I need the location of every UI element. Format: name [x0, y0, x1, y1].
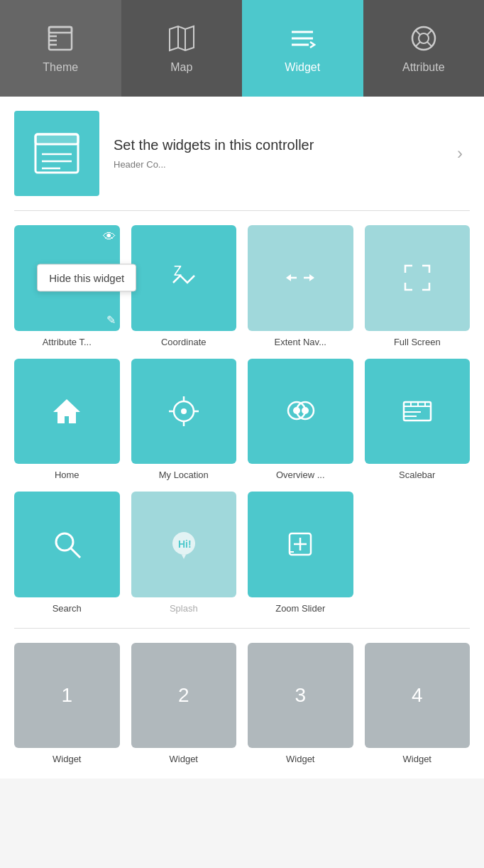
svg-point-11 [412, 27, 435, 50]
slot-item-1: 1 Widget [14, 643, 120, 765]
svg-rect-1 [49, 27, 72, 33]
widget-label-search: Search [53, 603, 82, 614]
header-controller-title: Set the widgets in this controller [114, 137, 314, 153]
theme-label: Theme [43, 61, 78, 74]
svg-point-32 [181, 408, 187, 414]
slot-thumb-4[interactable]: 4 [365, 643, 471, 749]
hide-widget-tooltip: Hide this widget [37, 264, 136, 292]
header-controller-section: Set the widgets in this controller Heade… [0, 97, 484, 210]
widget-thumb-search[interactable] [14, 492, 120, 597]
widget-thumb-home[interactable] [14, 359, 120, 465]
widget-label-attribute-t: Attribute T... [43, 337, 92, 347]
widget-item-attribute-t: 👁 ✎ Hide this widget Attribute T... [14, 225, 120, 347]
slot-number-1: 1 [61, 684, 72, 707]
svg-line-15 [416, 42, 420, 46]
header-controller-subtitle: Header Co... [114, 159, 314, 170]
widget-label-extent-nav: Extent Nav... [275, 337, 326, 347]
widget-item-extent-nav: Extent Nav... [248, 225, 353, 347]
widget-label-zoom-slider: Zoom Slider [275, 603, 325, 614]
attribute-icon [408, 23, 439, 54]
widget-label-coordinate: Coordinate [161, 337, 207, 347]
nav-item-widget[interactable]: Widget [242, 0, 363, 97]
widgets-grid: 👁 ✎ Hide this widget Attribute T... Z [0, 211, 484, 628]
svg-point-39 [302, 407, 309, 414]
svg-marker-5 [170, 26, 194, 50]
attribute-label: Attribute [402, 61, 445, 74]
widget-thumb-full-screen[interactable] [365, 225, 471, 331]
theme-icon [45, 23, 76, 54]
widget-thumb-coordinate[interactable]: Z [131, 225, 237, 331]
header-controller-thumb[interactable] [14, 111, 99, 196]
svg-line-16 [427, 42, 431, 46]
widget-thumb-splash[interactable]: Hi! [131, 492, 237, 597]
widget-item-full-screen: Full Screen [365, 225, 471, 347]
slot-number-4: 4 [412, 684, 423, 707]
header-controller-info: Set the widgets in this controller Heade… [114, 137, 314, 170]
widget-thumb-extent-nav[interactable] [248, 225, 353, 331]
slot-label-1: Widget [53, 754, 81, 764]
nav-item-attribute[interactable]: Attribute [363, 0, 485, 97]
slot-label-3: Widget [286, 754, 314, 764]
widget-item-my-location: My Location [131, 359, 237, 481]
svg-rect-19 [35, 134, 78, 144]
widget-item-coordinate: Z Coordinate [131, 225, 237, 347]
svg-rect-0 [49, 27, 72, 50]
edit-icon: ✎ [106, 313, 116, 327]
widget-thumb-overview[interactable] [248, 359, 353, 465]
main-content: Set the widgets in this controller Heade… [0, 97, 484, 779]
slot-label-4: Widget [403, 754, 431, 764]
widget-thumb-attribute-t[interactable]: 👁 ✎ Hide this widget [14, 225, 120, 331]
nav-item-theme[interactable]: Theme [0, 0, 121, 97]
svg-point-48 [56, 533, 73, 550]
svg-point-12 [419, 33, 429, 43]
map-icon [166, 23, 197, 54]
widget-thumb-zoom-slider[interactable] [248, 492, 353, 597]
widget-item-zoom-slider: Zoom Slider [248, 492, 353, 614]
widget-item-home: Home [14, 359, 120, 481]
widget-item-overview: Overview ... [248, 359, 353, 481]
widget-thumb-scalebar[interactable] [365, 359, 471, 465]
widget-item-splash: Hi! Splash [131, 492, 237, 614]
slots-grid: 1 Widget 2 Widget 3 Widget 4 Widget [0, 629, 484, 779]
widget-label-splash: Splash [170, 603, 198, 614]
svg-line-13 [416, 31, 420, 35]
slot-thumb-3[interactable]: 3 [248, 643, 353, 749]
slot-number-3: 3 [295, 684, 306, 707]
widget-label-home: Home [55, 470, 79, 480]
widget-item-scalebar: Scalebar [365, 359, 471, 481]
slot-thumb-1[interactable]: 1 [14, 643, 120, 749]
widget-label-full-screen: Full Screen [394, 337, 441, 347]
svg-marker-30 [53, 399, 80, 423]
svg-line-14 [427, 31, 431, 35]
slot-label-2: Widget [170, 754, 198, 764]
chevron-right-icon[interactable]: › [457, 143, 470, 163]
widget-icon [287, 23, 318, 54]
slot-thumb-2[interactable]: 2 [131, 643, 237, 749]
eye-icon: 👁 [103, 229, 116, 244]
top-nav: Theme Map Widget [0, 0, 484, 97]
svg-line-49 [71, 548, 80, 558]
slot-item-3: 3 Widget [248, 643, 353, 765]
nav-item-map[interactable]: Map [121, 0, 243, 97]
widget-item-search: Search [14, 492, 120, 614]
widget-thumb-my-location[interactable] [131, 359, 237, 465]
svg-text:Hi!: Hi! [178, 538, 192, 550]
slot-item-4: 4 Widget [365, 643, 471, 765]
widget-label-scalebar: Scalebar [399, 470, 435, 480]
svg-marker-29 [309, 274, 314, 281]
slot-number-2: 2 [178, 684, 189, 707]
svg-marker-28 [286, 274, 291, 281]
widget-label-my-location: My Location [159, 470, 209, 480]
widget-label: Widget [285, 61, 320, 74]
widget-label-overview: Overview ... [276, 470, 325, 480]
slot-item-2: 2 Widget [131, 643, 237, 765]
map-label: Map [170, 61, 192, 74]
